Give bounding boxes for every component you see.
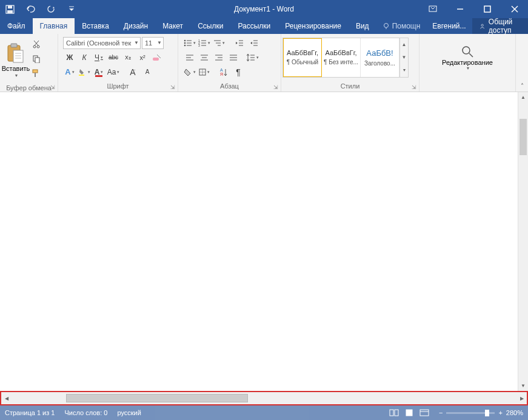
sort-icon[interactable]: AЯ	[217, 66, 230, 78]
print-layout-icon[interactable]	[405, 409, 413, 416]
copy-icon[interactable]	[30, 53, 42, 64]
multilevel-list-icon[interactable]: ▾	[212, 37, 226, 49]
tab-references[interactable]: Ссылки	[190, 18, 230, 34]
group-clipboard: Вставить ▼ Буфер обмена⇲	[0, 34, 58, 92]
redo-icon[interactable]	[46, 4, 56, 14]
clipboard-launcher-icon[interactable]: ⇲	[50, 84, 55, 90]
tab-review[interactable]: Рецензирование	[278, 18, 349, 34]
numbering-icon[interactable]: 123▾	[198, 37, 211, 49]
save-icon[interactable]	[5, 4, 15, 14]
language-indicator[interactable]: русский	[117, 409, 141, 416]
document-area[interactable]: ▲ ▼	[0, 92, 528, 391]
svg-point-20	[37, 45, 39, 48]
shrink-font-button[interactable]: Ǎ	[141, 66, 154, 78]
strikethrough-button[interactable]: abc	[107, 52, 120, 64]
tab-home[interactable]: Главная	[33, 18, 75, 34]
ribbon-tabstrip: Файл Главная Вставка Дизайн Макет Ссылки…	[0, 18, 528, 34]
tab-view[interactable]: Вид	[349, 18, 376, 34]
style-no-spacing[interactable]: АаБбВвГг, ¶ Без инте...	[322, 38, 361, 77]
align-left-icon[interactable]	[183, 52, 196, 64]
tab-design[interactable]: Дизайн	[116, 18, 155, 34]
clear-formatting-icon[interactable]	[150, 52, 164, 64]
undo-icon[interactable]	[25, 4, 35, 14]
scroll-up-icon[interactable]: ▲	[518, 92, 528, 102]
zoom-in-icon[interactable]: +	[498, 409, 502, 416]
minimize-icon[interactable]	[446, 0, 473, 18]
svg-rect-76	[395, 410, 398, 416]
zoom-level[interactable]: 280%	[506, 409, 523, 416]
align-center-icon[interactable]	[198, 52, 211, 64]
gallery-expand-icon[interactable]: ▾	[400, 64, 408, 76]
user-account[interactable]: Евгений...	[426, 18, 472, 34]
font-name-combo[interactable]: Calibri (Основной тек▼	[63, 37, 141, 49]
italic-button[interactable]: К	[78, 52, 91, 64]
show-hide-pilcrow-icon[interactable]: ¶	[232, 66, 245, 78]
change-case-button[interactable]: Aa▾	[107, 66, 120, 78]
font-size-combo[interactable]: 11▼	[142, 37, 164, 49]
text-effects-icon[interactable]: A▾	[63, 66, 76, 78]
scroll-down-icon[interactable]: ▼	[518, 381, 528, 391]
style-heading1[interactable]: АаБбВ! Заголово...	[361, 38, 399, 77]
gallery-scroll-down-icon[interactable]: ▼	[400, 51, 408, 64]
hscroll-thumb[interactable]	[66, 394, 248, 402]
svg-rect-28	[79, 75, 84, 76]
editing-dropdown[interactable]: Редактирование ▼	[437, 41, 498, 74]
vscroll-thumb[interactable]	[520, 119, 527, 155]
borders-icon[interactable]: ▾	[198, 66, 211, 78]
page-indicator[interactable]: Страница 1 из 1	[5, 409, 55, 416]
ribbon-options-icon[interactable]	[419, 0, 446, 18]
close-icon[interactable]	[501, 0, 528, 18]
justify-icon[interactable]	[227, 52, 240, 64]
svg-point-32	[184, 42, 186, 44]
qat-more-icon[interactable]	[67, 4, 76, 14]
svg-rect-25	[33, 70, 38, 73]
bold-button[interactable]: Ж	[63, 52, 76, 64]
hscroll-track[interactable]	[12, 394, 516, 402]
status-bar: Страница 1 из 1 Число слов: 0 русский − …	[0, 405, 528, 420]
vertical-scrollbar[interactable]: ▲ ▼	[518, 92, 528, 391]
tab-file[interactable]: Файл	[0, 18, 33, 34]
maximize-icon[interactable]	[473, 0, 501, 18]
font-launcher-icon[interactable]: ⇲	[170, 84, 175, 90]
horizontal-scrollbar[interactable]: ◀ ▶	[0, 391, 528, 405]
group-paragraph: ▾ 123▾ ▾ ▾ ▾ ▾	[178, 34, 281, 92]
bullets-icon[interactable]: ▾	[183, 37, 196, 49]
share-button[interactable]: Общий доступ	[472, 18, 528, 34]
format-painter-icon[interactable]	[30, 68, 42, 79]
paragraph-launcher-icon[interactable]: ⇲	[273, 84, 278, 90]
svg-rect-2	[7, 10, 13, 13]
collapse-ribbon-icon[interactable]: ˄	[516, 34, 528, 92]
read-mode-icon[interactable]	[389, 409, 399, 416]
group-styles: АаБбВвГг, ¶ Обычный АаБбВвГг, ¶ Без инте…	[281, 34, 419, 92]
web-layout-icon[interactable]	[419, 409, 429, 416]
svg-line-74	[469, 53, 473, 57]
shading-icon[interactable]: ▾	[183, 66, 196, 78]
superscript-button[interactable]: x²	[136, 52, 149, 64]
tab-insert[interactable]: Вставка	[75, 18, 116, 34]
style-normal[interactable]: АаБбВвГг, ¶ Обычный	[283, 38, 322, 77]
subscript-button[interactable]: x₂	[121, 52, 135, 64]
tell-me-search[interactable]: Помощн	[376, 18, 427, 34]
word-count[interactable]: Число слов: 0	[64, 409, 107, 416]
zoom-out-icon[interactable]: −	[439, 409, 443, 416]
font-color-icon[interactable]: A▾	[92, 66, 105, 78]
cut-icon[interactable]	[30, 39, 42, 50]
tab-mailings[interactable]: Рассылки	[230, 18, 278, 34]
svg-point-12	[481, 24, 483, 26]
zoom-slider[interactable]	[446, 412, 495, 414]
svg-rect-7	[484, 6, 490, 12]
grow-font-button[interactable]: Â	[126, 66, 139, 78]
highlight-icon[interactable]: ▾	[78, 66, 91, 78]
styles-launcher-icon[interactable]: ⇲	[412, 84, 416, 90]
line-spacing-icon[interactable]: ▾	[246, 52, 259, 64]
increase-indent-icon[interactable]	[247, 37, 261, 49]
scroll-right-icon[interactable]: ▶	[516, 392, 527, 404]
paste-button[interactable]: Вставить ▼	[2, 41, 29, 78]
align-right-icon[interactable]	[212, 52, 226, 64]
scroll-left-icon[interactable]: ◀	[1, 392, 12, 404]
tab-layout[interactable]: Макет	[155, 18, 190, 34]
gallery-scroll-up-icon[interactable]: ▲	[400, 38, 408, 51]
decrease-indent-icon[interactable]	[233, 37, 246, 49]
underline-button[interactable]: Ч▾	[92, 52, 105, 64]
svg-rect-15	[13, 50, 23, 62]
